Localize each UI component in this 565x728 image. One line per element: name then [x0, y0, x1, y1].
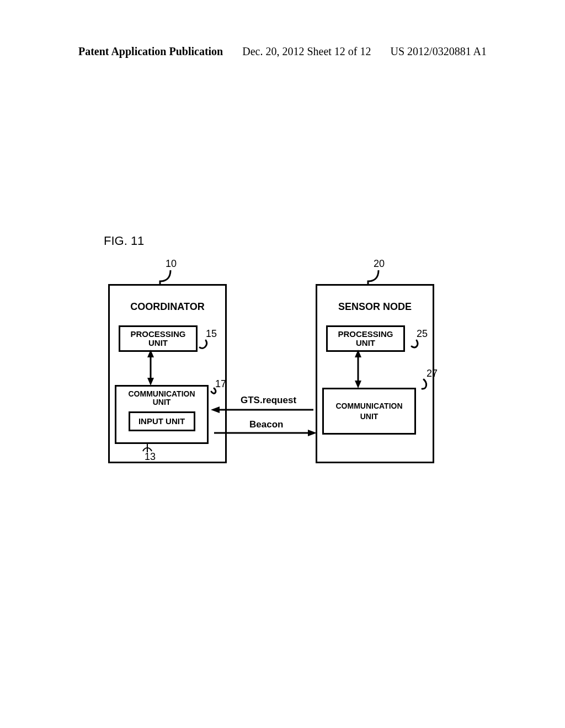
sensor-communication-unit: COMMUNICATIONUNIT [322, 388, 416, 435]
page: Patent Application Publication Dec. 20, … [0, 0, 565, 728]
coordinator-communication-unit: COMMUNICATIONUNIT INPUT UNIT [115, 385, 209, 444]
input-unit: INPUT UNIT [129, 411, 195, 431]
header-right: US 2012/0320881 A1 [391, 45, 487, 57]
message-beacon: Beacon [249, 419, 283, 430]
page-header: Patent Application Publication Dec. 20, … [0, 45, 565, 58]
header-mid: Dec. 20, 2012 Sheet 12 of 12 [242, 45, 371, 57]
sensor-title: SENSOR NODE [317, 301, 433, 313]
ref-25: 25 [417, 328, 428, 340]
ref-17: 17 [215, 378, 226, 390]
leader-lines [0, 0, 565, 728]
figure-label: FIG. 11 [104, 234, 144, 248]
header-left: Patent Application Publication [78, 45, 223, 57]
sensor-processing-unit: PROCESSINGUNIT [326, 325, 405, 352]
sensor-box: SENSOR NODE [316, 284, 434, 463]
ref-15: 15 [206, 328, 217, 340]
coordinator-title: COORDINATOR [110, 301, 225, 313]
message-gts-request: GTS.request [241, 395, 296, 406]
ref-27: 27 [427, 368, 438, 379]
ref-13: 13 [145, 451, 156, 463]
coordinator-ref: 10 [166, 258, 177, 270]
sensor-ref: 20 [374, 258, 385, 270]
coordinator-processing-unit: PROCESSINGUNIT [119, 325, 198, 352]
